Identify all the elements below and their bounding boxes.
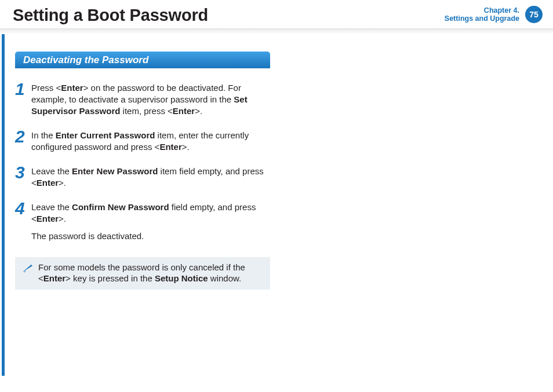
header-divider bbox=[0, 28, 553, 34]
chapter-line1: Chapter 4. bbox=[445, 6, 519, 14]
note-text: For some models the password is only can… bbox=[38, 262, 263, 284]
step-number: 2 bbox=[15, 130, 31, 153]
followup-text: The password is deactivated. bbox=[31, 230, 270, 242]
section-heading: Deactivating the Password bbox=[15, 52, 270, 68]
chapter-label: Chapter 4. Settings and Upgrade bbox=[445, 6, 519, 23]
page-number-badge: 75 bbox=[525, 6, 543, 23]
step-4: 4 Leave the Confirm New Password field e… bbox=[15, 202, 270, 242]
note-box: For some models the password is only can… bbox=[15, 257, 270, 290]
step-number: 1 bbox=[15, 82, 31, 117]
chapter-block: Chapter 4. Settings and Upgrade 75 bbox=[445, 6, 543, 23]
step-1: 1 Press <Enter> on the password to be de… bbox=[15, 82, 270, 117]
page-number: 75 bbox=[529, 10, 539, 19]
note-icon bbox=[22, 263, 34, 275]
chapter-line2: Settings and Upgrade bbox=[445, 14, 519, 23]
step-text: In the Enter Current Password item, ente… bbox=[31, 130, 270, 153]
main-content: Deactivating the Password 1 Press <Enter… bbox=[5, 34, 270, 376]
page-title: Setting a Boot Password bbox=[13, 6, 208, 25]
step-3: 3 Leave the Enter New Password item fiel… bbox=[15, 166, 270, 189]
step-text: Leave the Confirm New Password field emp… bbox=[31, 202, 270, 225]
page-header: Setting a Boot Password Chapter 4. Setti… bbox=[0, 0, 553, 28]
step-text: Press <Enter> on the password to be deac… bbox=[31, 82, 270, 117]
step-number: 4 bbox=[15, 202, 31, 242]
step-text: Leave the Enter New Password item field … bbox=[31, 166, 270, 189]
step-number: 3 bbox=[15, 166, 31, 189]
content-wrap: Deactivating the Password 1 Press <Enter… bbox=[0, 34, 553, 376]
step-2: 2 In the Enter Current Password item, en… bbox=[15, 130, 270, 153]
